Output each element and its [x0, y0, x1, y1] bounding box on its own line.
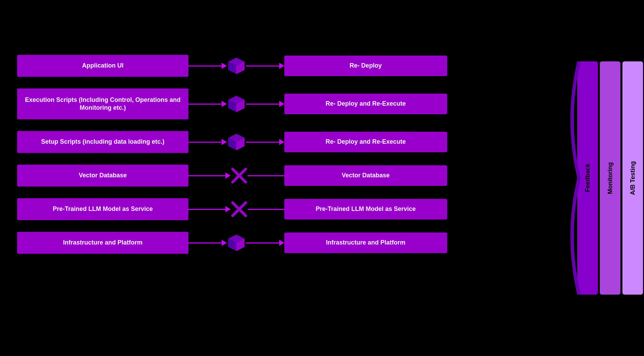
left-box-row-2: Execution Scripts (Including Control, Op… — [17, 88, 188, 119]
cube-icon-row-3 — [227, 132, 246, 152]
cube-icon-row-2 — [227, 94, 246, 114]
diagram-row-2: Execution Scripts (Including Control, Op… — [17, 88, 435, 119]
right-box-row-5: Pre-Trained LLM Model as Service — [284, 199, 447, 219]
connector-row-1 — [188, 56, 284, 75]
panel-abtesting: A/B Testing — [622, 61, 643, 295]
connector-row-5 — [188, 201, 284, 218]
connector-row-6 — [188, 233, 284, 252]
connector-row-3 — [188, 132, 284, 152]
right-box-row-3: Re- Deploy and Re-Execute — [284, 132, 447, 152]
left-box-row-1: Application UI — [17, 55, 188, 77]
right-label-row-6: Infrastructure and Platform — [326, 239, 405, 247]
panel-monitoring-label: Monitoring — [607, 162, 614, 194]
left-label-row-5: Pre-Trained LLM Model as Service — [53, 205, 153, 213]
left-label-row-1: Application UI — [82, 62, 124, 70]
left-box-row-3: Setup Scripts (including data loading et… — [17, 131, 188, 153]
left-box-row-6: Infrastructure and Platform — [17, 232, 188, 254]
main-container: Application UI Re- DeployExecution Scrip… — [0, 0, 644, 356]
diagram-row-1: Application UI Re- Deploy — [17, 55, 435, 77]
connector-row-4 — [188, 167, 284, 184]
left-box-row-4: Vector Database — [17, 165, 188, 187]
left-label-row-2: Execution Scripts (Including Control, Op… — [23, 96, 183, 112]
diagram-row-5: Pre-Trained LLM Model as Service Pre-Tra… — [17, 198, 435, 220]
cube-icon-row-6 — [227, 233, 246, 252]
right-label-row-1: Re- Deploy — [349, 62, 382, 70]
x-mark-row-4 — [231, 167, 248, 184]
right-box-row-4: Vector Database — [284, 165, 447, 186]
right-label-row-2: Re- Deploy and Re-Execute — [325, 100, 406, 108]
right-label-row-3: Re- Deploy and Re-Execute — [325, 138, 406, 146]
left-label-row-3: Setup Scripts (including data loading et… — [41, 138, 164, 146]
x-mark-row-5 — [231, 201, 248, 218]
right-box-row-2: Re- Deploy and Re-Execute — [284, 94, 447, 114]
right-box-row-1: Re- Deploy — [284, 56, 447, 76]
panel-feedback-label: Feedback — [584, 164, 591, 192]
panel-abtesting-label: A/B Testing — [629, 161, 636, 195]
left-label-row-4: Vector Database — [79, 171, 127, 179]
right-box-row-6: Infrastructure and Platform — [284, 233, 447, 253]
side-panels: Feedback Monitoring A/B Testing — [576, 0, 644, 356]
right-label-row-5: Pre-Trained LLM Model as Service — [315, 205, 416, 213]
right-label-row-4: Vector Database — [342, 171, 389, 179]
diagram-row-3: Setup Scripts (including data loading et… — [17, 131, 435, 153]
diagram-row-6: Infrastructure and Platform Infrastructu… — [17, 232, 435, 254]
connector-row-2 — [188, 94, 284, 114]
cube-icon-row-1 — [227, 56, 246, 75]
panel-monitoring: Monitoring — [600, 61, 620, 295]
left-label-row-6: Infrastructure and Platform — [63, 239, 143, 247]
rows-area: Application UI Re- DeployExecution Scrip… — [17, 55, 435, 265]
left-box-row-5: Pre-Trained LLM Model as Service — [17, 198, 188, 220]
wave-shape — [567, 61, 581, 295]
diagram-row-4: Vector Database Vector Database — [17, 165, 435, 187]
